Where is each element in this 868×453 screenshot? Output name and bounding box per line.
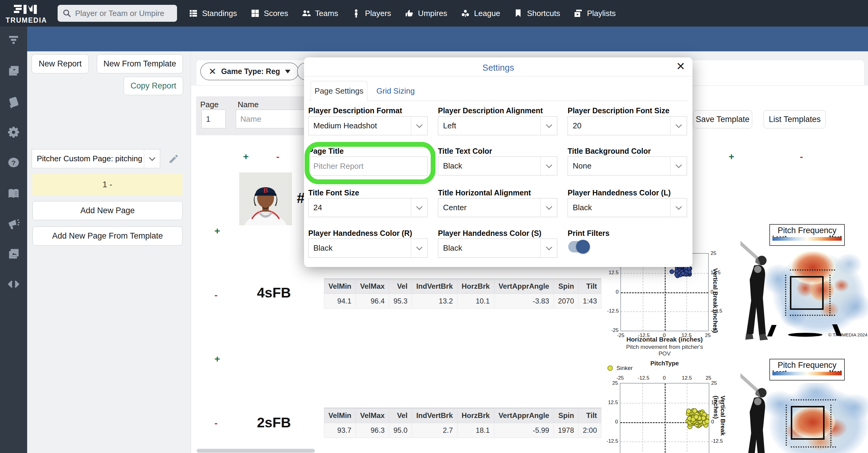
player-description-format-select[interactable]: Medium Headshot [308, 116, 428, 135]
grid-remove-column-button[interactable]: - [276, 151, 280, 161]
page-number-input[interactable] [202, 110, 226, 129]
axis-tick: -12.5 [607, 308, 619, 314]
trumedia-logo[interactable]: TRUMEDIA [0, 2, 53, 25]
field-label: Print Filters [568, 229, 610, 238]
notes-icon[interactable] [0, 92, 27, 112]
title-horizontal-alignment-select[interactable]: Center [438, 198, 557, 217]
tab-page-settings[interactable]: Page Settings [311, 81, 367, 101]
field-label: Title Text Color [438, 147, 492, 155]
grid-remove-row-button[interactable]: - [214, 290, 218, 300]
embed-code-icon[interactable] [0, 275, 27, 294]
field-label: Title Font Size [308, 189, 359, 197]
video-playlists-icon[interactable] [0, 61, 27, 81]
player-handedness-color-l-select[interactable]: Black [568, 198, 687, 217]
chevron-down-icon [541, 124, 557, 127]
zero-line [621, 292, 708, 293]
filter-icon[interactable] [0, 30, 27, 50]
nav-item-shortcuts[interactable]: Shortcuts [513, 8, 560, 18]
axis-tick: 0 [660, 375, 669, 381]
copy-report-button[interactable]: Copy Report [124, 77, 183, 95]
axis-tick: -12.5 [711, 308, 722, 314]
axis-tick: 25 [711, 380, 723, 386]
nav-item-teams[interactable]: Teams [302, 8, 338, 18]
axis-tick: 12.5 [711, 270, 722, 276]
scatter-dot [692, 408, 697, 414]
chevron-down-icon [411, 206, 427, 209]
nav-item-standings[interactable]: Standings [188, 8, 237, 18]
nav-item-playlists[interactable]: Playlists [574, 8, 616, 18]
axis-tick: -12.5 [711, 438, 723, 444]
grid-add-row-button[interactable]: + [214, 354, 220, 364]
standings-icon [188, 8, 198, 18]
horizontal-scrollbar[interactable] [197, 449, 315, 453]
title-font-size-select[interactable]: 24 [308, 198, 428, 217]
announcements-icon[interactable] [0, 214, 27, 233]
page-1-badge[interactable]: 1 - [32, 174, 183, 195]
color-scale-gradient [772, 372, 842, 375]
chevron-down-icon [671, 124, 687, 127]
axis-tick: 12.5 [607, 400, 618, 405]
axis-tick: 12.5 [682, 375, 691, 381]
list-templates-button[interactable]: List Templates [764, 110, 826, 129]
report-select[interactable]: Pitcher Custom Page: pitching -... [32, 149, 160, 168]
close-icon[interactable]: ✕ [676, 61, 685, 72]
glossary-icon[interactable] [0, 184, 27, 203]
grid-remove-column-button[interactable]: - [800, 151, 803, 161]
chevron-down-icon [671, 165, 687, 167]
title-background-color-select[interactable]: None [568, 157, 687, 175]
media-icon[interactable] [0, 244, 27, 264]
page-title-input[interactable] [308, 157, 428, 176]
gear-icon[interactable] [0, 123, 27, 142]
batter-silhouette-icon [740, 235, 775, 342]
title-text-color-select[interactable]: Black [438, 157, 557, 175]
chevron-down-icon [411, 124, 427, 127]
axis-tick: -12.5 [638, 333, 647, 339]
add-new-page-from-template-button[interactable]: Add New Page From Template [33, 227, 183, 246]
edit-pencil-icon[interactable] [168, 153, 179, 164]
field-label: Player Description Format [308, 106, 402, 115]
chip-close-icon[interactable]: ✕ [209, 67, 216, 76]
player-handedness-color-r-select[interactable]: Black [308, 238, 428, 258]
nav-item-league[interactable]: League [461, 8, 500, 18]
nav-item-players[interactable]: Players [351, 8, 391, 18]
nav-item-umpires[interactable]: Umpires [404, 8, 447, 18]
axis-tick: 25 [607, 380, 618, 386]
zone-guide-line [790, 270, 835, 271]
axis-tick: -25 [607, 328, 619, 333]
plot-subtitle: Pitch movement from pitcher's POV [620, 344, 709, 357]
pitch-name-2sfb: 2sFB [257, 414, 291, 431]
search-input[interactable] [75, 9, 172, 18]
tab-grid-sizing[interactable]: Grid Sizing [376, 81, 415, 101]
player-handedness-color-s-select[interactable]: Black [438, 238, 557, 258]
brand-text: TRUMEDIA [6, 16, 47, 25]
grid-add-column-button[interactable]: + [243, 151, 249, 161]
svg-text:?: ? [11, 159, 16, 167]
field-label: Player Handedness Color (L) [568, 189, 671, 197]
filter-chip-game-type[interactable]: ✕ Game Type: Reg [200, 62, 299, 80]
legend-swatch-sinker [608, 365, 613, 371]
add-new-page-button[interactable]: Add New Page [33, 201, 183, 220]
axis-tick: 0 [607, 419, 618, 425]
zone-guide-line [791, 446, 836, 448]
grid-remove-row-button[interactable]: - [214, 418, 218, 428]
nav-item-scores[interactable]: Scores [250, 8, 288, 18]
global-search[interactable] [58, 5, 177, 22]
field-label: Player Handedness Color (S) [438, 229, 541, 238]
grid-add-row-button[interactable]: + [214, 226, 220, 235]
grid-add-column-button[interactable]: + [728, 151, 734, 161]
search-icon [62, 9, 71, 18]
axis-tick: -25 [616, 333, 625, 339]
print-filters-toggle[interactable] [568, 241, 588, 252]
player-description-font-size-select[interactable]: 20 [568, 116, 687, 135]
field-label: Player Description Alignment [438, 106, 543, 115]
player-description-alignment-select[interactable]: Left [438, 116, 557, 135]
chevron-down-icon [411, 247, 427, 250]
scatter-dot [674, 269, 679, 273]
league-icon [461, 8, 470, 18]
field-label: Title Background Color [568, 147, 651, 155]
new-from-template-button[interactable]: New From Template [97, 54, 183, 74]
help-icon[interactable]: ? [0, 153, 27, 172]
save-template-button[interactable]: Save Template [693, 110, 752, 129]
axis-tick: 12.5 [711, 400, 723, 405]
new-report-button[interactable]: New Report [32, 54, 89, 74]
